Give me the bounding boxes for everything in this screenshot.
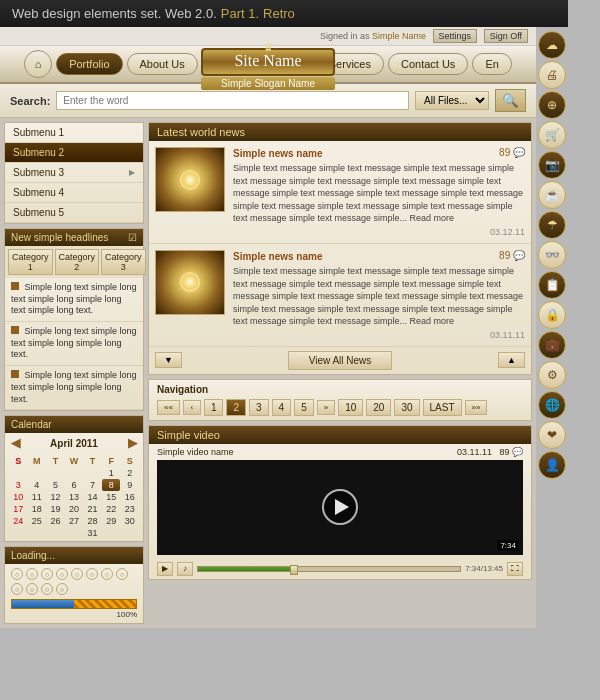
load-icon-5: ○ [71, 568, 83, 580]
search-input[interactable] [56, 91, 409, 110]
headline-item-3[interactable]: Simple long text simple long text simple… [5, 366, 143, 410]
right-icon-glasses[interactable]: 👓 [538, 241, 566, 269]
news-thumb-1 [155, 147, 225, 212]
loading-title: Loading... [5, 547, 143, 564]
search-button[interactable]: 🔍 [495, 89, 526, 112]
submenu-item-2[interactable]: Submenu 2 [5, 143, 143, 163]
video-progress-fill [198, 567, 290, 571]
page-last-button[interactable]: LAST [423, 399, 462, 416]
right-icon-world[interactable]: 🌐 [538, 391, 566, 419]
page-20-button[interactable]: 20 [366, 399, 391, 416]
headlines-check-icon: ☑ [128, 232, 137, 243]
page-prev-button[interactable]: ‹ [183, 400, 201, 415]
world-icon: 🌐 [545, 398, 560, 412]
submenu-item-1[interactable]: Submenu 1 [5, 123, 143, 143]
cat-tab-2[interactable]: Category 2 [55, 249, 100, 275]
contact-us-button[interactable]: Contact Us [388, 53, 468, 75]
search-filter-select[interactable]: All Files... [415, 91, 489, 110]
page-30-button[interactable]: 30 [394, 399, 419, 416]
home-button[interactable]: ⌂ [24, 50, 52, 78]
play-button[interactable] [322, 489, 358, 525]
right-icon-briefcase[interactable]: 💼 [538, 331, 566, 359]
play-icon [335, 499, 349, 515]
news-count-1: 89 💬 [499, 147, 525, 158]
right-icon-cart[interactable]: 🛒 [538, 121, 566, 149]
signoff-button[interactable]: Sign Off [484, 29, 528, 43]
news-prev-button[interactable]: ▼ [155, 352, 182, 368]
cal-next-button[interactable]: ▶ [128, 436, 137, 450]
page-1-button[interactable]: 1 [204, 399, 224, 416]
video-play-button[interactable]: ▶ [157, 562, 173, 576]
right-icon-umbrella[interactable]: ☂ [538, 211, 566, 239]
right-icon-lock[interactable]: 🔒 [538, 301, 566, 329]
about-us-button[interactable]: About Us [127, 53, 198, 75]
portfolio-button[interactable]: Portfolio [56, 53, 122, 75]
news-link-2[interactable]: Simple news name [233, 251, 322, 262]
page-4-button[interactable]: 4 [272, 399, 292, 416]
banner-text: Web design elements set. Web 2.0. [12, 6, 217, 21]
load-icon-3: ○ [41, 568, 53, 580]
video-title-bar: Simple video [149, 426, 531, 444]
site-name-center: Site Name Simple Slogan Name [201, 48, 335, 90]
right-icon-camera[interactable]: 📷 [538, 151, 566, 179]
right-icon-globe[interactable]: ⊕ [538, 91, 566, 119]
signed-user-link[interactable]: Simple Name [372, 31, 426, 41]
right-icon-gear[interactable]: ⚙ [538, 361, 566, 389]
page-first-button[interactable]: «« [157, 400, 180, 415]
heart-icon: ❤ [547, 428, 557, 442]
news-box: Latest world news 89 💬 [148, 122, 532, 375]
news-text-1: Simple text message simple text message … [233, 162, 525, 225]
progress-track [11, 599, 137, 609]
headline-item-2[interactable]: Simple long text simple long text simple… [5, 322, 143, 366]
cal-today[interactable]: 8 [102, 479, 121, 491]
site-name-badge: Site Name [201, 48, 335, 76]
right-icon-rss[interactable]: ☁ [538, 31, 566, 59]
right-icon-user[interactable]: 👤 [538, 451, 566, 479]
submenu-item-4[interactable]: Submenu 4 [5, 183, 143, 203]
page-3-button[interactable]: 3 [249, 399, 269, 416]
headline-item-1[interactable]: Simple long text simple long text simple… [5, 278, 143, 322]
cal-header-wed: W [65, 455, 84, 467]
video-controls: ▶ ♪ 7:34/13:45 ⛶ [149, 559, 531, 579]
cat-tab-3[interactable]: Category 3 [101, 249, 146, 275]
right-icon-clipboard[interactable]: 📋 [538, 271, 566, 299]
cal-header-row: S M T W T F S [9, 455, 139, 467]
video-player[interactable]: 7:34 [157, 460, 523, 555]
news-thumb-2 [155, 250, 225, 315]
video-progress-bar[interactable] [197, 566, 461, 572]
submenu-item-5[interactable]: Submenu 5 [5, 203, 143, 223]
page-2-button[interactable]: 2 [226, 399, 246, 416]
lang-button[interactable]: En [472, 53, 511, 75]
page-last-arrow-button[interactable]: »» [465, 400, 488, 415]
right-icon-heart[interactable]: ❤ [538, 421, 566, 449]
right-icon-print[interactable]: 🖨 [538, 61, 566, 89]
loading-icons: ○ ○ ○ ○ ○ ○ ○ ○ ○ ○ ○ ○ [5, 564, 143, 599]
right-sidebar: ☁ 🖨 ⊕ 🛒 📷 ☕ ☂ [536, 27, 568, 628]
page-next-button[interactable]: » [317, 400, 335, 415]
submenu-box: Submenu 1 Submenu 2 Submenu 3 ▶ Submenu … [4, 122, 144, 224]
submenu-arrow-3: ▶ [129, 168, 135, 177]
view-all-button[interactable]: View All News [288, 351, 393, 370]
submenu-item-3[interactable]: Submenu 3 ▶ [5, 163, 143, 183]
calendar-nav: ◀ April 2011 ▶ [5, 433, 143, 453]
news-item-1: 89 💬 Simple news name Simple text messag… [149, 141, 531, 244]
nav-bar: ⌂ Portfolio About Us Services Contact Us… [0, 46, 536, 84]
load-icon-6: ○ [86, 568, 98, 580]
cal-prev-button[interactable]: ◀ [11, 436, 20, 450]
cat-tab-1[interactable]: Category 1 [8, 249, 53, 275]
settings-button[interactable]: Settings [433, 29, 478, 43]
right-icon-coffee[interactable]: ☕ [538, 181, 566, 209]
news-next-button[interactable]: ▲ [498, 352, 525, 368]
news-link-1[interactable]: Simple news name [233, 148, 322, 159]
pagination-box: Navigation «« ‹ 1 2 3 4 5 » 10 [148, 379, 532, 421]
video-progress-handle[interactable] [290, 565, 298, 575]
video-fullscreen-button[interactable]: ⛶ [507, 562, 523, 576]
news-text-2: Simple text message simple text message … [233, 265, 525, 328]
page-5-button[interactable]: 5 [294, 399, 314, 416]
progress-label: 100% [11, 610, 137, 619]
video-volume-button[interactable]: ♪ [177, 562, 193, 576]
load-icon-4: ○ [56, 568, 68, 580]
slogan-ribbon: Simple Slogan Name [201, 77, 335, 90]
gear-icon: ⚙ [547, 368, 558, 382]
page-10-button[interactable]: 10 [338, 399, 363, 416]
